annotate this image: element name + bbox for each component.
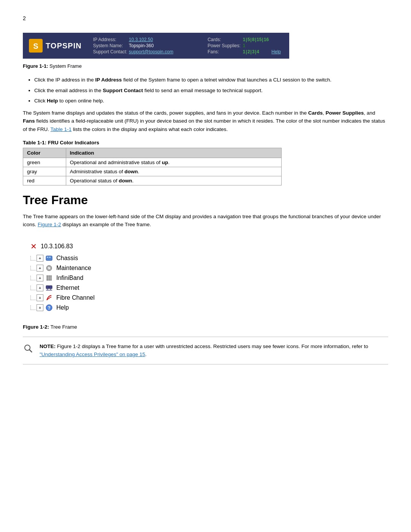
tree-frame-container: ✕ 10.3.106.83 + Chassis + Maintenance + …	[23, 238, 102, 317]
bullet-2: Click the email address in the Support C…	[34, 86, 388, 95]
note-body: Figure 1-2 displays a Tree frame for a u…	[57, 343, 368, 349]
figure1-label: Figure 1-1:	[23, 63, 48, 69]
expand-infiniband[interactable]: +	[37, 275, 43, 281]
svg-rect-15	[49, 286, 52, 289]
figure2-label: Figure 1-2:	[23, 324, 49, 330]
body-paragraph: The System frame displays and updates th…	[23, 109, 388, 134]
svg-rect-4	[49, 257, 51, 258]
svg-text:S: S	[33, 42, 38, 50]
col-header-indication: Indication	[66, 148, 281, 158]
fans-values: 1|2|3|4	[243, 49, 271, 55]
tree-root: ✕ 10.3.106.83	[30, 242, 95, 251]
page-number: 2	[23, 15, 388, 21]
chassis-icon	[45, 254, 53, 262]
section-title: Tree Frame	[23, 193, 388, 207]
fans-label: Fans:	[207, 49, 243, 55]
bullet-list: Click the IP address in the IP Address f…	[34, 76, 388, 105]
logo-text: TOPSPIN	[46, 42, 81, 50]
svg-text:?: ?	[48, 305, 50, 311]
chassis-label: Chassis	[56, 255, 78, 262]
tree-item-ethernet[interactable]: + Ethernet	[30, 284, 95, 292]
support-value[interactable]: support@topspin.com	[129, 49, 175, 55]
cross-icon: ✕	[30, 242, 37, 251]
help-label: Help	[56, 304, 69, 311]
indication-green: Operational and administrative status of…	[66, 158, 281, 167]
infiniband-icon	[45, 274, 53, 282]
sysname-value: Topspin-360	[129, 43, 175, 49]
ethernet-label: Ethernet	[56, 284, 79, 291]
banner-center-info: IP Address: 10.3.102.50 System Name: Top…	[93, 37, 175, 55]
ip-value[interactable]: 10.3.102.50	[129, 37, 175, 43]
help-link[interactable]: Help	[271, 49, 281, 54]
tree-item-infiniband[interactable]: + InfiniBand	[30, 274, 95, 282]
tree-item-help[interactable]: + ? Help	[30, 304, 95, 312]
tree-item-chassis[interactable]: + Chassis	[30, 254, 95, 262]
table-caption: Table 1-1: FRU Color Indicators	[23, 140, 388, 145]
table-row: green Operational and administrative sta…	[23, 158, 282, 167]
maintenance-icon	[45, 264, 53, 272]
col-header-color: Color	[23, 148, 66, 158]
expand-fibre[interactable]: +	[37, 294, 43, 301]
maintenance-label: Maintenance	[56, 265, 91, 272]
ip-link[interactable]: 10.3.102.50	[129, 37, 153, 42]
tree-root-label: 10.3.106.83	[41, 243, 73, 250]
note-text: NOTE: Figure 1-2 displays a Tree frame f…	[40, 342, 388, 359]
table1-link[interactable]: Table 1-1	[51, 126, 72, 132]
expand-chassis[interactable]: +	[37, 255, 43, 262]
color-red: red	[23, 176, 66, 185]
cards-values: 1|5|8|15|16	[243, 37, 271, 43]
bullet-3: Click Help to open online help.	[34, 97, 388, 105]
support-link[interactable]: support@topspin.com	[129, 49, 174, 54]
cards-label: Cards:	[207, 37, 243, 43]
ethernet-icon	[45, 284, 53, 292]
sysname-label: System Name:	[93, 43, 129, 49]
bullet-1: Click the IP address in the IP Address f…	[34, 76, 388, 84]
svg-rect-2	[46, 256, 52, 260]
fibre-label: Fibre Channel	[56, 294, 95, 301]
table-row: red Operational status of down.	[23, 176, 282, 185]
note-section: NOTE: Figure 1-2 displays a Tree frame f…	[23, 337, 388, 364]
expand-maintenance[interactable]: +	[37, 265, 43, 272]
support-label: Support Contact:	[93, 49, 129, 55]
topspin-logo-icon: S	[29, 39, 43, 53]
note-prefix: NOTE:	[40, 343, 56, 349]
color-green: green	[23, 158, 66, 167]
indication-red: Operational status of down.	[66, 176, 281, 185]
svg-rect-3	[47, 257, 48, 258]
power-label: Power Supplies:	[207, 43, 243, 49]
tree-item-maintenance[interactable]: + Maintenance	[30, 264, 95, 272]
topspin-logo: S TOPSPIN	[29, 39, 81, 53]
color-gray: gray	[23, 167, 66, 176]
fibre-icon	[45, 294, 53, 302]
svg-point-21	[25, 345, 30, 350]
ip-label: IP Address:	[93, 37, 129, 43]
tree-item-fibre[interactable]: + Fibre Channel	[30, 294, 95, 302]
infiniband-label: InfiniBand	[56, 275, 83, 281]
expand-help[interactable]: +	[37, 304, 43, 311]
note-search-icon	[23, 343, 33, 356]
indication-gray: Administrative status of down.	[66, 167, 281, 176]
figure2-link[interactable]: Figure 1-2	[38, 222, 61, 227]
access-privileges-link[interactable]: "Understanding Access Privileges" on pag…	[40, 351, 145, 357]
banner-right-info: Cards: 1|5|8|15|16 Power Supplies: 1 Fan…	[207, 37, 283, 55]
svg-line-22	[29, 350, 32, 352]
svg-rect-14	[46, 286, 49, 289]
help-icon: ?	[45, 304, 53, 312]
figure2-title: Tree Frame	[51, 324, 77, 330]
system-frame-banner: S TOPSPIN IP Address: 10.3.102.50 System…	[23, 33, 289, 59]
figure1-title: System Frame	[49, 63, 82, 69]
figure2-caption: Figure 1-2: Tree Frame	[23, 324, 388, 330]
fru-table: Color Indication green Operational and a…	[23, 148, 282, 185]
power-value: 1	[243, 43, 271, 49]
tree-intro: The Tree frame appears on the lower-left…	[23, 212, 388, 229]
note-suffix: .	[145, 351, 147, 357]
expand-ethernet[interactable]: +	[37, 284, 43, 291]
figure1-caption: Figure 1-1: System Frame	[23, 63, 388, 69]
table-row: gray Administrative status of down.	[23, 167, 282, 176]
